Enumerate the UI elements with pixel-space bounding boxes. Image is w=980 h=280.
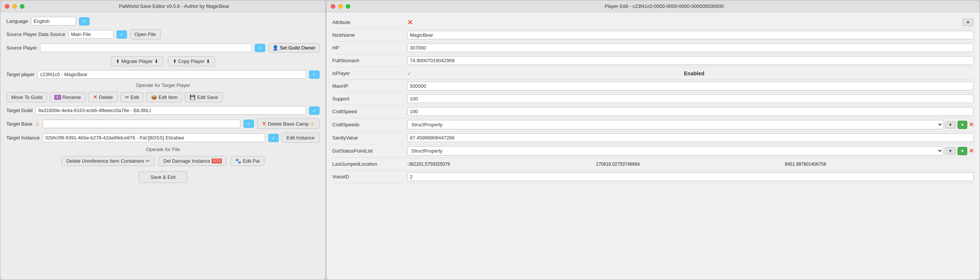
set-guild-owner-btn[interactable]: 👤 Set Guild Owner — [268, 43, 320, 52]
target-instance-input[interactable] — [43, 134, 265, 142]
language-dropdown-btn[interactable]: ✓ — [79, 17, 89, 25]
attr-name: SanityValue — [332, 135, 407, 140]
move-to-guild-btn[interactable]: Move To Guild — [6, 92, 47, 102]
attr-row: Attribute✕▼ — [332, 16, 974, 29]
attr-name: LastJumpedLocation — [332, 161, 407, 167]
delete-unreference-btn[interactable]: Delete Unreference Item Containers ✂ — [61, 156, 155, 166]
target-player-label: Target player — [6, 72, 35, 77]
target-instance-dropdown[interactable]: ✓ — [268, 134, 279, 142]
save-exit-row: Save & Exit — [6, 171, 320, 183]
struct-red-btn[interactable]: ✕ — [969, 147, 974, 154]
edit-pal-btn[interactable]: 🐾 Edit Pal — [231, 156, 264, 166]
right-titlebar: Player Edit - c23f41c0-0000-0000-0000-00… — [326, 0, 980, 13]
edit-item-btn[interactable]: 📦 Edit Item — [146, 92, 183, 102]
action-buttons-row: Move To Guild ID Rename ✕ Delete ✏ Edit … — [6, 92, 320, 102]
attribute-dropdown-btn[interactable]: ▼ — [963, 19, 974, 26]
target-player-dropdown[interactable]: ✓ — [309, 70, 320, 79]
left-window-title: PalWorld Save Editor v0.5.8 - Author by … — [27, 3, 321, 9]
struct-property-select[interactable]: StructProperty — [407, 120, 943, 129]
attr-row: FullStomach — [332, 54, 974, 67]
left-panel: PalWorld Save Editor v0.5.8 - Author by … — [0, 0, 326, 280]
target-guild-input[interactable] — [36, 106, 306, 115]
traffic-light-green[interactable] — [20, 4, 24, 9]
copy-down-icon: ⬇ — [206, 59, 210, 64]
pal-icon: 🐾 — [235, 158, 241, 164]
edit-save-btn[interactable]: 💾 Edit Save — [185, 92, 223, 102]
operate-file-label-row: Operate for File — [6, 146, 320, 152]
struct-dropdown-chevron[interactable]: ▼ — [945, 121, 956, 129]
source-player-label: Source Player — [6, 45, 37, 51]
edit-btn[interactable]: ✏ Edit — [120, 92, 144, 102]
attr-name: CraftSpeeds — [332, 122, 407, 127]
source-player-data-dropdown[interactable]: ✓ — [116, 30, 127, 38]
attr-text-input[interactable] — [407, 56, 974, 65]
id-icon: ID — [54, 95, 61, 100]
struct-red-btn[interactable]: ✕ — [969, 121, 974, 128]
migrate-player-btn[interactable]: ⬆ Migrate Player ⬇ — [111, 56, 163, 66]
attr-name: HP — [332, 45, 407, 51]
sos-icon: SOS — [212, 159, 222, 164]
right-traffic-light-red[interactable] — [331, 4, 335, 9]
target-base-row: Target Base ⚠ ✓ ✕ Delete Base Camp ⚠ — [6, 118, 320, 129]
attr-text-input[interactable] — [407, 82, 974, 90]
copy-icon: ⬆ — [173, 59, 177, 64]
right-traffic-light-yellow[interactable] — [338, 4, 343, 9]
attr-name: FullStomach — [332, 58, 407, 64]
source-player-row: Source Player ✓ 👤 Set Guild Owner — [6, 43, 320, 52]
attr-name: IsPlayer — [332, 70, 407, 76]
attribute-clear-btn[interactable]: ✕ — [407, 18, 413, 27]
operate-target-label-row: Operate for Target Player — [6, 83, 320, 88]
delete-btn[interactable]: ✕ Delete — [88, 92, 118, 102]
traffic-light-yellow[interactable] — [12, 4, 17, 9]
open-file-btn[interactable]: Open File — [130, 29, 161, 39]
attr-text-input[interactable] — [407, 172, 974, 181]
attr-name: CraftSpeed — [332, 109, 407, 115]
edit-icon: ✏ — [125, 94, 129, 100]
attr-text-input[interactable] — [407, 134, 974, 142]
copy-player-btn[interactable]: ⬆ Copy Player ⬇ — [168, 56, 215, 66]
target-base-dropdown[interactable]: ✓ — [243, 119, 254, 128]
triple-v3: 8451.997801406758 — [785, 162, 974, 167]
attr-row: CraftSpeedsStructProperty▼✦✕ — [332, 118, 974, 132]
target-guild-dropdown[interactable]: ✓ — [309, 107, 320, 115]
traffic-light-red[interactable] — [5, 4, 10, 9]
target-player-input[interactable] — [37, 70, 306, 79]
target-base-input[interactable] — [43, 119, 240, 128]
source-player-input[interactable] — [40, 43, 252, 52]
target-player-row: Target player ✓ — [6, 70, 320, 79]
set-guild-owner-label: Set Guild Owner — [280, 45, 315, 51]
edit-instance-btn[interactable]: Edit Instance — [282, 133, 320, 143]
struct-green-btn[interactable]: ✦ — [958, 147, 967, 155]
is-player-check-icon: ✓ — [407, 70, 412, 76]
struct-green-btn[interactable]: ✦ — [958, 121, 967, 129]
language-input[interactable] — [31, 17, 76, 25]
attr-row: MaxHP — [332, 80, 974, 92]
save-exit-btn[interactable]: Save & Exit — [138, 171, 187, 183]
rename-btn[interactable]: ID Rename — [49, 92, 86, 102]
struct-property-select[interactable]: StructProperty — [407, 146, 943, 156]
right-content: Attribute✕▼NickNameHPFullStomachIsPlayer… — [326, 13, 980, 187]
enabled-label: Enabled — [684, 70, 704, 76]
right-traffic-light-green[interactable] — [346, 4, 350, 9]
edit-item-icon: 📦 — [151, 94, 157, 100]
source-player-dropdown[interactable]: ✓ — [255, 44, 265, 52]
attr-text-input[interactable] — [407, 31, 974, 39]
guild-icon: 👤 — [272, 45, 278, 51]
delete-base-camp-btn[interactable]: ✕ Delete Base Camp ⚠ — [257, 118, 320, 129]
attr-row: LastJumpedLocation-362201.57593250792708… — [332, 158, 974, 170]
source-player-data-row: Source Player Data Source ✓ Open File — [6, 29, 320, 39]
attr-row: NickName — [332, 29, 974, 41]
struct-dropdown-chevron[interactable]: ▼ — [945, 147, 956, 155]
attr-row: Support — [332, 92, 974, 105]
attr-text-input[interactable] — [407, 107, 974, 116]
attr-text-input[interactable] — [407, 43, 974, 52]
del-damage-instance-btn[interactable]: Del Damage Instance SOS — [159, 156, 227, 166]
right-window-title: Player Edit - c23f41c0-0000-0000-0000-00… — [353, 3, 975, 9]
triple-v1: -362201.5759325079 — [407, 162, 596, 167]
attr-name: GotStatusPointList — [332, 148, 407, 154]
source-player-data-input[interactable] — [68, 30, 113, 38]
delete-base-camp-icon: ✕ — [262, 121, 266, 127]
operate-file-label: Operate for File — [146, 146, 180, 152]
attr-text-input[interactable] — [407, 94, 974, 103]
language-label: Language — [6, 18, 28, 24]
